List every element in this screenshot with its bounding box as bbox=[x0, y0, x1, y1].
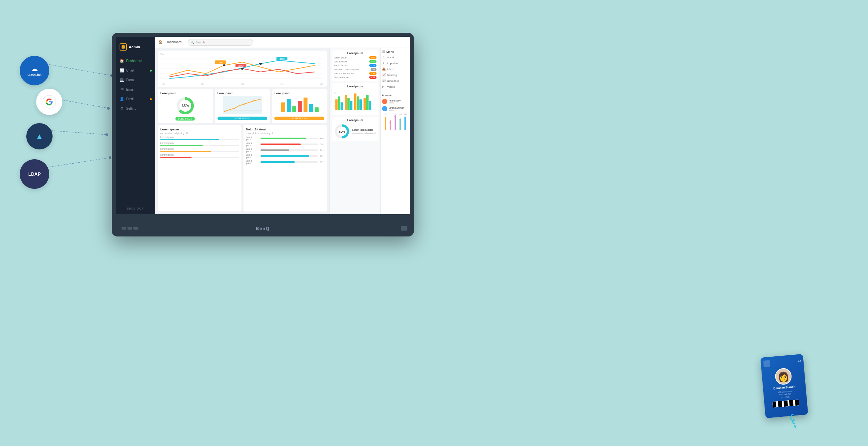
center-dashboard: 500 bbox=[155, 48, 330, 214]
monitor-nfc bbox=[401, 226, 407, 230]
sp-item-videos[interactable]: ▶ videos bbox=[382, 85, 409, 89]
sp-item-favorit[interactable]: ☆ favorit bbox=[382, 55, 409, 59]
rp-badge-1: 541 bbox=[369, 60, 376, 63]
dolor-label-2: Lorem ipsum bbox=[246, 148, 259, 152]
friend-avatar-0 bbox=[382, 99, 388, 104]
important-icon: ★ bbox=[382, 61, 386, 65]
card-donut: Lore Ipsum 65% LORE IPSUM bbox=[158, 89, 213, 123]
svg-text:65%: 65% bbox=[182, 104, 189, 108]
nav-item-email[interactable]: ✉ Email bbox=[116, 85, 155, 94]
rp-label-4: euismod tincidunt ut bbox=[334, 72, 354, 74]
nav-label-chart: Chart bbox=[126, 69, 134, 72]
monitor: Admin 🏠 Dashboard 📊 Chart 💻 Form ✉ bbox=[112, 33, 414, 236]
rp-label-2: adipiscing elit bbox=[334, 64, 348, 67]
port-1 bbox=[122, 227, 126, 229]
id-card-photo: 👩 bbox=[774, 368, 792, 385]
svg-text:100: 100 bbox=[334, 92, 336, 94]
progress-card-title: Lorem ipsum bbox=[160, 128, 239, 131]
friend-1: Smith Summer online bbox=[382, 106, 409, 112]
dashboard-area: 500 bbox=[155, 48, 410, 214]
sp-item-newsfeed[interactable]: 📰 news feed bbox=[382, 78, 409, 83]
dolor-pct-0: 80% bbox=[319, 137, 324, 139]
rp-badge-2: 122 bbox=[369, 64, 376, 67]
dolor-item-0: Lorem ipsum 80% bbox=[246, 136, 324, 140]
nav-item-chart[interactable]: 📊 Chart bbox=[116, 66, 155, 75]
dolor-card-title: Dolor Sit Amet bbox=[246, 128, 324, 131]
nav-item-setting[interactable]: ⚙ Setting bbox=[116, 104, 155, 113]
prog-bar-bg-1 bbox=[160, 145, 239, 146]
google-logo bbox=[36, 89, 62, 115]
admin-header: Admin bbox=[116, 41, 155, 53]
dolor-label-1: Lorem ipsum bbox=[246, 142, 259, 147]
dashboard-icon: 🏠 bbox=[120, 59, 124, 63]
id-card-logo bbox=[763, 360, 770, 368]
svg-rect-52 bbox=[364, 98, 366, 110]
svg-text:125: 125 bbox=[384, 113, 388, 115]
signout-button[interactable]: SIGN OUT bbox=[116, 203, 155, 214]
svg-text:150: 150 bbox=[394, 113, 397, 115]
donut50-text: Lorem ipsum dolor consectetuer adipiscin… bbox=[352, 128, 376, 135]
rp-label-1: consectetuer bbox=[334, 60, 347, 63]
profil-dot bbox=[150, 98, 152, 100]
nav-item-dashboard[interactable]: 🏠 Dashboard bbox=[116, 57, 155, 65]
monitor-screen: Admin 🏠 Dashboard 📊 Chart 💻 Form ✉ bbox=[116, 37, 410, 214]
video-icon: ▶ bbox=[382, 85, 386, 88]
friend-name-0: Adam Sdey bbox=[389, 99, 401, 102]
svg-text:75: 75 bbox=[389, 113, 391, 115]
svg-rect-50 bbox=[357, 97, 359, 110]
admin-label: Admin bbox=[129, 45, 140, 49]
prog-bar-fill-1 bbox=[160, 145, 204, 146]
rp-badge-4: 354 bbox=[369, 72, 376, 75]
dolor-fill-3 bbox=[260, 155, 309, 157]
arista-logo: ▲ bbox=[26, 123, 53, 150]
svg-marker-63 bbox=[384, 117, 386, 119]
rp-row-3: sed diam nonummy nibh 99 bbox=[334, 68, 376, 71]
dolor-bar-bg-4 bbox=[260, 161, 318, 163]
sidebar: Admin 🏠 Dashboard 📊 Chart 💻 Form ✉ bbox=[116, 37, 155, 214]
nav-item-profil[interactable]: 👤 Profil bbox=[116, 95, 155, 103]
svg-point-18 bbox=[223, 64, 225, 66]
friend-avatar-1 bbox=[382, 106, 388, 112]
rp-badge-3: 99 bbox=[371, 68, 376, 71]
nav-item-form[interactable]: 💻 Form bbox=[116, 75, 155, 85]
card-line-btn: LORE IPSUM bbox=[217, 117, 268, 120]
progress-items: Lorem ipsum Lorem ipsum bbox=[160, 136, 239, 158]
chart-icon: 📊 bbox=[120, 68, 124, 72]
nav-label-form: Form bbox=[126, 78, 134, 82]
prog-item-0: Lorem ipsum bbox=[160, 136, 239, 140]
dolor-pct-4: 60% bbox=[319, 161, 324, 163]
svg-rect-36 bbox=[287, 99, 291, 112]
sp-item-inbox[interactable]: 📥 inbox bbox=[382, 67, 409, 71]
svg-text:50%: 50% bbox=[339, 130, 345, 133]
rp-row-0: Lorem ipsum 654 bbox=[334, 56, 376, 59]
svg-rect-47 bbox=[347, 98, 349, 110]
id-card-org: iO bbox=[798, 359, 801, 362]
right-panel: Lore Ipsum Lorem ipsum 654 consectetuer … bbox=[330, 48, 380, 214]
header-search[interactable]: 🔍 Search bbox=[188, 39, 253, 46]
card-line-title: Lore Ipsum bbox=[217, 92, 268, 95]
sp-label-inbox: inbox bbox=[388, 68, 394, 71]
monitor-brand-logo: BenQ bbox=[256, 226, 270, 231]
svg-text:25: 25 bbox=[334, 105, 335, 107]
setting-icon: ⚙ bbox=[120, 106, 124, 111]
dolor-card: Dolor Sit Amet consectetuer adipiscing e… bbox=[243, 125, 327, 212]
admin-logo-inner bbox=[122, 45, 125, 49]
sp-item-trending[interactable]: 📈 trending bbox=[382, 72, 409, 77]
form-icon: 💻 bbox=[120, 78, 124, 82]
sidebar-nav: 🏠 Dashboard 📊 Chart 💻 Form ✉ Email bbox=[116, 57, 155, 203]
star-icon: ☆ bbox=[382, 56, 386, 59]
svg-rect-38 bbox=[298, 101, 302, 112]
sp-item-important[interactable]: ★ important bbox=[382, 61, 409, 65]
menu-label: Menu bbox=[386, 50, 394, 54]
dolor-bar-bg-1 bbox=[260, 144, 318, 145]
nav-label-setting: Setting bbox=[126, 107, 136, 110]
svg-rect-35 bbox=[281, 102, 285, 112]
donut-svg: 65% bbox=[176, 96, 195, 116]
friend-status-0: online bbox=[389, 102, 401, 104]
chart-wrapper: 270 400 200 100 200 30 bbox=[160, 56, 324, 85]
id-card-info: 123 Main Street New York, NY ID: 00123 bbox=[778, 390, 792, 400]
wifi-arc-small bbox=[794, 424, 797, 427]
nav-label-profil: Profil bbox=[126, 97, 134, 101]
port-2 bbox=[127, 227, 132, 229]
sp-label-favorit: favorit bbox=[388, 56, 395, 59]
